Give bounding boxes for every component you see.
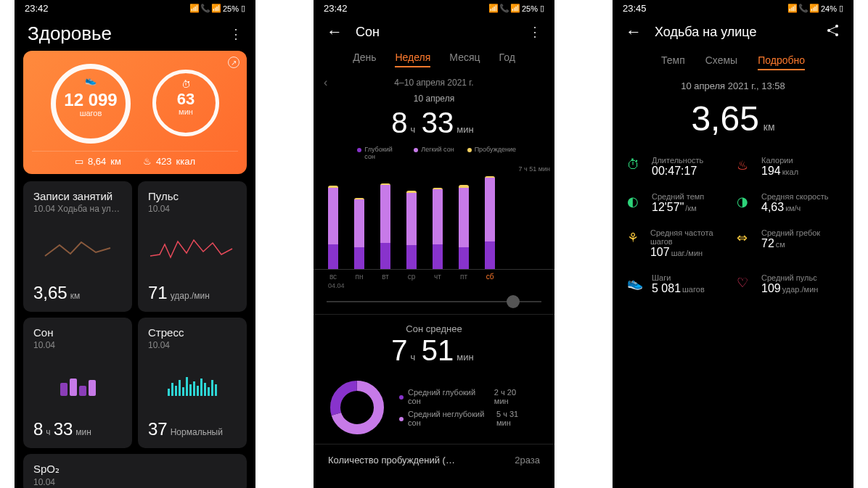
stat-steps: 👟 Шаги5 081шагов bbox=[627, 273, 729, 295]
axis-note: 7 ч 51 мин bbox=[519, 165, 550, 173]
timer-icon: ⏱ bbox=[181, 79, 191, 90]
tab-day[interactable]: День bbox=[353, 51, 376, 67]
status-bar: 23:42 📶 📞 📶25%▯ bbox=[314, 0, 554, 15]
chart-legend: Глубокий сон Легкий сон Пробуждение bbox=[314, 146, 554, 161]
more-icon[interactable]: ⋮ bbox=[528, 24, 541, 40]
view-tabs: Темп Схемы Подробно bbox=[613, 47, 853, 80]
status-time: 23:45 bbox=[623, 3, 647, 14]
card-sub: 10.04 bbox=[148, 204, 237, 214]
health-dashboard-screen: 23:42 📶 📞 📶 25% ▯ Здоровье ⋮ ↗ 👟 12 099 … bbox=[15, 0, 255, 488]
tab-year[interactable]: Год bbox=[499, 51, 515, 67]
map-icon: ▭ bbox=[75, 156, 83, 167]
tab-month[interactable]: Месяц bbox=[449, 51, 480, 67]
sleep-week-chart[interactable]: 7 ч 51 мин bbox=[314, 168, 554, 270]
workout-sparkline bbox=[33, 214, 122, 283]
calories-stat: ♨ 423 ккал bbox=[143, 156, 195, 167]
steps-value: 12 099 bbox=[64, 90, 117, 110]
footsteps-icon: ⚘ bbox=[627, 230, 642, 246]
status-time: 23:42 bbox=[25, 3, 49, 14]
distance-value: 3,65км bbox=[691, 99, 774, 138]
slider-thumb[interactable] bbox=[507, 295, 520, 308]
card-title: Стресс bbox=[148, 326, 237, 339]
minutes-value: 63 bbox=[177, 90, 195, 109]
battery-icon: ▯ bbox=[241, 4, 245, 13]
stat-duration: ⏱ Длительность00:47:17 bbox=[627, 156, 729, 178]
speedometer-icon: ◐ bbox=[627, 194, 643, 210]
stress-card[interactable]: Стресс 10.04 37Нормальный bbox=[138, 318, 247, 448]
more-icon[interactable]: ⋮ bbox=[229, 26, 242, 42]
status-right: 📶 📞 📶 25% ▯ bbox=[189, 4, 245, 13]
date-range: 4–10 апреля 2021 г. bbox=[394, 78, 473, 88]
signal-icons: 📶 📞 📶 bbox=[488, 4, 520, 13]
card-title: Пульс bbox=[148, 190, 237, 202]
selected-date: 10 апреля bbox=[314, 94, 554, 104]
flame-icon: ♨ bbox=[143, 156, 152, 167]
minutes-ring: ⏱ 63 мин bbox=[152, 70, 219, 136]
tab-charts[interactable]: Схемы bbox=[705, 54, 737, 70]
card-title: SpO₂ bbox=[33, 463, 237, 476]
card-sub: 10.04 bbox=[33, 340, 122, 350]
stat-hr: ♡ Средний пульс109удар./мин bbox=[737, 273, 839, 295]
avg-label: Сон среднее bbox=[314, 323, 554, 334]
battery-icon: ▯ bbox=[839, 4, 843, 13]
status-bar: 23:45 📶 📞 📶24%▯ bbox=[613, 0, 853, 15]
header: Здоровье ⋮ bbox=[15, 15, 255, 51]
tab-week[interactable]: Неделя bbox=[395, 51, 430, 67]
card-sub: 10.04 bbox=[148, 340, 237, 350]
sleep-total: 8ч 33мин bbox=[314, 104, 554, 146]
pulse-card[interactable]: Пульс 10.04 71удар./мин bbox=[138, 181, 247, 312]
stride-icon: ⇔ bbox=[737, 230, 753, 246]
card-title: Сон bbox=[33, 326, 122, 339]
steps-label: шагов bbox=[80, 109, 102, 117]
back-icon[interactable]: ← bbox=[327, 22, 343, 41]
walk-detail-screen: 23:45 📶 📞 📶24%▯ ← Ходьба на улице Темп С… bbox=[613, 0, 853, 488]
card-sub: 10.04 Ходьба на ул… bbox=[33, 204, 122, 214]
stat-stride: ⇔ Средний гребок72см bbox=[737, 228, 839, 259]
shoe-icon: 👟 bbox=[85, 75, 97, 86]
shoe-icon: 👟 bbox=[627, 275, 643, 291]
back-icon[interactable]: ← bbox=[626, 22, 642, 41]
status-bar: 23:42 📶 📞 📶 25% ▯ bbox=[15, 0, 255, 15]
card-sub: 10.04 bbox=[33, 477, 237, 487]
battery-level: 25% bbox=[223, 4, 239, 13]
heart-icon: ♡ bbox=[737, 275, 753, 291]
share-icon[interactable] bbox=[826, 23, 840, 41]
clock-icon: ⏱ bbox=[627, 157, 643, 173]
flame-icon: ♨ bbox=[737, 157, 753, 173]
xaxis-date: 04.04 bbox=[314, 281, 554, 291]
sleep-breakdown-donut: Средний глубокий сон2 ч 20 мин Средний н… bbox=[314, 371, 554, 444]
sleep-card[interactable]: Сон 10.04 8ч 33мин bbox=[23, 318, 132, 448]
gauge-icon: ◑ bbox=[737, 194, 753, 210]
status-time: 23:42 bbox=[324, 3, 348, 14]
workout-records-card[interactable]: Записи занятий 10.04 Ходьба на ул… 3,65к… bbox=[23, 181, 132, 312]
period-tabs: День Неделя Месяц Год bbox=[314, 47, 554, 75]
pulse-sparkline bbox=[148, 214, 237, 283]
page-title: Ходьба на улице bbox=[655, 25, 826, 40]
stat-speed: ◑ Средняя скорость4,63км/ч bbox=[737, 192, 839, 214]
wake-count-row[interactable]: Количество пробуждений (… 2раза bbox=[314, 444, 554, 476]
signal-icons: 📶 📞 📶 bbox=[189, 4, 221, 13]
activity-summary-card[interactable]: ↗ 👟 12 099 шагов ⏱ 63 мин ▭ 8,64 км bbox=[23, 51, 247, 174]
stat-pace: ◐ Средний темп12'57"/км bbox=[627, 192, 729, 214]
page-title: Сон bbox=[356, 25, 528, 40]
stat-calories: ♨ Калории194ккал bbox=[737, 156, 839, 178]
minutes-label: мин bbox=[179, 107, 193, 116]
stat-cadence: ⚘ Средняя частота шагов107шаг./мин bbox=[627, 228, 729, 259]
workout-datetime: 10 апреля 2021 г., 13:58 bbox=[613, 80, 853, 91]
battery-icon: ▯ bbox=[540, 4, 544, 13]
expand-icon[interactable]: ↗ bbox=[228, 57, 239, 68]
tab-pace[interactable]: Темп bbox=[661, 54, 685, 70]
sleep-mini-bars bbox=[33, 350, 122, 419]
spo2-card[interactable]: SpO₂ 10.04 bbox=[23, 454, 247, 488]
prev-range-icon[interactable]: ‹ bbox=[324, 76, 327, 89]
page-title: Здоровье bbox=[28, 22, 229, 45]
distance-stat: ▭ 8,64 км bbox=[75, 156, 121, 167]
chart-xaxis: вспнвтсрчтптсб bbox=[314, 270, 554, 281]
range-slider[interactable] bbox=[314, 291, 554, 310]
sleep-detail-screen: 23:42 📶 📞 📶25%▯ ← Сон ⋮ День Неделя Меся… bbox=[314, 0, 554, 488]
card-title: Записи занятий bbox=[33, 190, 122, 202]
steps-ring: 👟 12 099 шагов bbox=[51, 64, 131, 144]
signal-icons: 📶 📞 📶 bbox=[787, 4, 819, 13]
tab-details[interactable]: Подробно bbox=[758, 54, 805, 70]
stress-mini-bars bbox=[148, 350, 237, 419]
